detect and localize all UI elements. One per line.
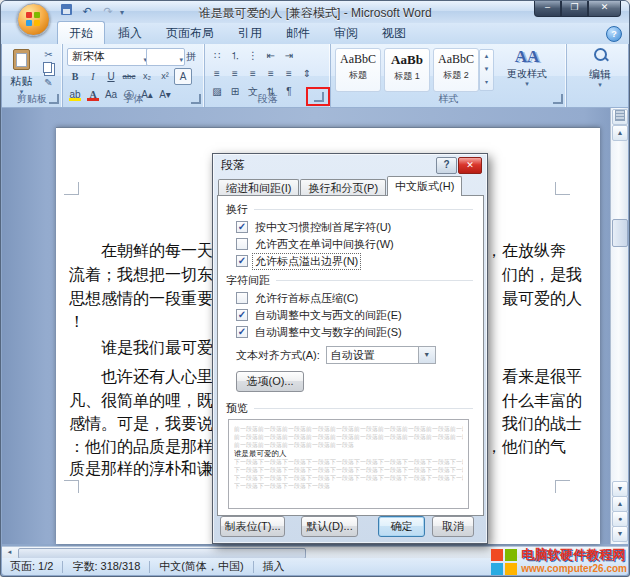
checkbox-wrap-latin-midword[interactable] (236, 238, 248, 250)
phonetic-guide-button[interactable]: 拼 (182, 48, 200, 65)
vertical-scroll-thumb[interactable] (612, 219, 628, 247)
align-left-button[interactable]: ≡ (208, 65, 226, 82)
maximize-button[interactable]: ❐ (561, 1, 588, 17)
dialog-help-button[interactable]: ? (436, 157, 457, 174)
character-border-button[interactable]: A (174, 68, 192, 85)
line-spacing-button[interactable]: ⇕ (298, 65, 316, 82)
divider (62, 561, 63, 573)
justify-button[interactable]: ≡ (262, 65, 280, 82)
tabs-button[interactable]: 制表位(T)... (220, 516, 285, 537)
checkbox-hanging-punctuation[interactable]: ✓ (236, 255, 248, 267)
copy-button[interactable] (40, 62, 57, 76)
tab-mailings[interactable]: 邮件 (275, 22, 321, 44)
tab-references[interactable]: 引用 (227, 22, 273, 44)
next-page-button[interactable]: ▼ (612, 526, 628, 542)
style-card-heading2[interactable]: AaBbC 标题 2 (433, 48, 479, 92)
ribbon: 粘贴 ▾ ✂ ✎ 剪贴板 新宋体 ▾ ▾ 拼 B I (2, 44, 628, 108)
checkbox-label: 自动调整中文与数字的间距(S) (253, 325, 404, 340)
options-button[interactable]: 选项(O)... (236, 371, 304, 392)
checkbox-follow-asian-rules[interactable]: ✓ (236, 221, 248, 233)
styles-more-icon[interactable]: ▾ (480, 76, 493, 89)
dialog-close-button[interactable]: ✕ (458, 157, 482, 174)
doc-line: 看来是很平 (502, 367, 582, 388)
font-group: 新宋体 ▾ ▾ 拼 B I U abc x₂ x² A ab A Aa Ⓐ (63, 44, 205, 107)
status-word-count[interactable]: 字数: 318/318 (72, 559, 140, 574)
numbering-button[interactable]: ⒈ (226, 47, 244, 64)
doc-line: 凡、很简单的哩，既看 (69, 391, 229, 412)
decrease-indent-button[interactable]: ⇤ (262, 47, 280, 64)
tab-home[interactable]: 开始 (57, 21, 105, 44)
doc-line: 在朝鲜的每一天， (101, 241, 229, 262)
checkbox-space-asian-digits[interactable]: ✓ (236, 326, 248, 338)
tab-asian-typography[interactable]: 中文版式(H) (387, 176, 462, 196)
font-name-combo[interactable]: 新宋体 ▾ (67, 48, 149, 66)
preview-gray-line: 前一段落前一段落前一段落前一段落前一段落前一段落前一段落前一段落前一段落前一段落 (234, 425, 463, 433)
word-window: 谁是最可爱的人 [兼容模式] - Microsoft Word ↶ ↷ ▾ – … (0, 0, 630, 577)
status-language[interactable]: 中文(简体，中国) (159, 559, 243, 574)
strikethrough-button[interactable]: abc (120, 68, 138, 85)
editing-group: 编辑 ▾ (567, 44, 630, 107)
tab-review[interactable]: 审阅 (323, 22, 369, 44)
styles-scroll-up-icon[interactable]: ▲ (480, 50, 493, 63)
multilevel-list-button[interactable]: ⋮ (244, 47, 262, 64)
paste-button[interactable]: 粘贴 ▾ (6, 47, 37, 92)
bullets-button[interactable]: ∷ (208, 47, 226, 64)
cancel-button[interactable]: 取消 (432, 516, 474, 537)
cut-button[interactable]: ✂ (40, 48, 57, 62)
tab-insert[interactable]: 插入 (107, 22, 153, 44)
tab-view[interactable]: 视图 (371, 22, 417, 44)
font-dialog-launcher[interactable] (191, 94, 201, 104)
font-size-combo[interactable]: ▾ (146, 48, 185, 66)
watermark-url: www.computer26.com (521, 562, 627, 576)
default-button[interactable]: 默认(D)... (301, 516, 358, 537)
redo-button[interactable]: ↷ (99, 4, 117, 20)
save-button[interactable] (57, 4, 75, 20)
clipboard-dialog-launcher[interactable] (49, 94, 59, 104)
qat-customize-button[interactable]: ▾ (120, 8, 124, 17)
increase-indent-button[interactable]: ⇥ (280, 47, 298, 64)
styles-group-label: 样式 (331, 92, 566, 106)
minimize-button[interactable]: – (534, 1, 561, 17)
scroll-left-button[interactable]: ◄ (3, 548, 16, 557)
style-card-title[interactable]: AaBbC 标题 (335, 48, 381, 92)
window-title: 谁是最可爱的人 [兼容模式] - Microsoft Word (121, 5, 509, 22)
select-browse-object-button[interactable]: ● (612, 511, 628, 527)
help-icon[interactable]: ? (606, 26, 622, 42)
style-card-heading1[interactable]: AaBb 标题 1 (384, 48, 430, 92)
checkbox-compress-punctuation[interactable] (236, 292, 248, 304)
close-button[interactable]: ✕ (588, 1, 621, 17)
tab-indents-spacing[interactable]: 缩进和间距(I) (218, 179, 299, 196)
superscript-button[interactable]: x² (156, 68, 174, 85)
ok-button[interactable]: 确定 (378, 516, 425, 537)
align-right-button[interactable]: ≡ (244, 65, 262, 82)
style-name: 标题 1 (385, 70, 429, 83)
scroll-down-button[interactable]: ▼ (612, 481, 628, 497)
format-painter-button[interactable]: ✎ (40, 76, 57, 90)
office-button[interactable] (17, 3, 50, 36)
undo-button[interactable]: ↶ (78, 4, 96, 20)
change-styles-button[interactable]: AA 更改样式 ▾ (497, 47, 557, 93)
styles-scroll-down-icon[interactable]: ▼ (480, 63, 493, 76)
paragraph-dialog-launcher[interactable] (314, 92, 324, 102)
styles-gallery-scrollbar[interactable]: ▲ ▼ ▾ (479, 49, 494, 91)
previous-page-button[interactable]: ▲ (612, 496, 628, 512)
tab-line-page-breaks[interactable]: 换行和分页(P) (300, 179, 386, 196)
text-alignment-select[interactable]: 自动设置 ▼ (326, 346, 436, 364)
subscript-button[interactable]: x₂ (138, 68, 156, 85)
underline-button[interactable]: U (102, 68, 120, 85)
status-page-number[interactable]: 页面: 1/2 (10, 559, 53, 574)
bold-button[interactable]: B (66, 68, 84, 85)
distribute-button[interactable]: ≡ (280, 65, 298, 82)
vertical-scrollbar[interactable]: ▲ ▼ ▲ ● ▼ (610, 108, 628, 544)
styles-dialog-launcher[interactable] (553, 94, 563, 104)
ruler-toggle-button[interactable] (612, 109, 628, 125)
scroll-up-button[interactable]: ▲ (612, 125, 628, 141)
italic-button[interactable]: I (84, 68, 102, 85)
tab-page-layout[interactable]: 页面布局 (155, 22, 225, 44)
doc-line: 也许还有人心里隐 (101, 367, 229, 388)
editing-button[interactable]: 编辑 ▾ (567, 48, 630, 87)
checkbox-space-asian-latin[interactable]: ✓ (236, 309, 248, 321)
align-center-button[interactable]: ≡ (226, 65, 244, 82)
doc-line: 流着；我想把一切东西 (69, 265, 229, 286)
status-insert-mode[interactable]: 插入 (263, 559, 285, 574)
